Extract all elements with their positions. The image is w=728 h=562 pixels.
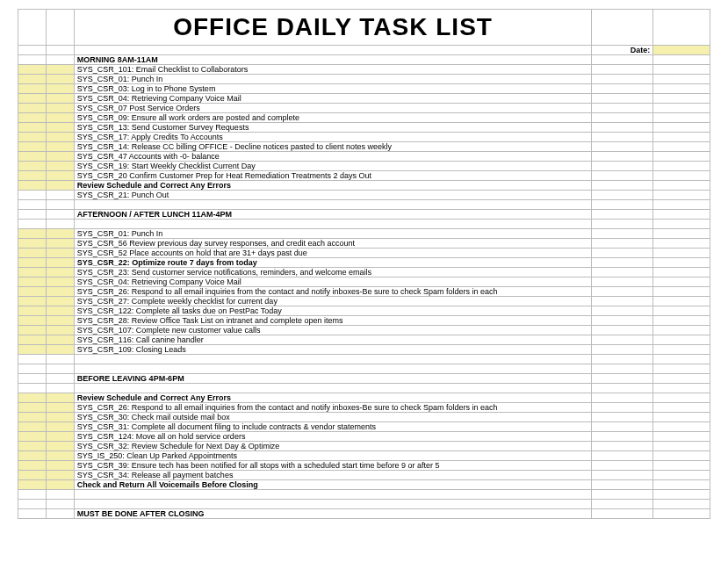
checkbox-cell[interactable] bbox=[18, 249, 47, 258]
checkbox-cell[interactable] bbox=[18, 239, 47, 249]
date-field[interactable] bbox=[653, 46, 710, 55]
task-item: SYS_CSR_122: Complete all tasks due on P… bbox=[74, 306, 592, 316]
checkbox-cell[interactable] bbox=[18, 104, 47, 113]
checkbox-cell[interactable] bbox=[18, 162, 47, 171]
checkbox-cell[interactable] bbox=[46, 422, 74, 432]
checkbox-cell[interactable] bbox=[46, 471, 74, 480]
checkbox-cell[interactable] bbox=[18, 268, 47, 277]
task-item: SYS_CSR_01: Punch In bbox=[74, 75, 592, 84]
checkbox-cell[interactable] bbox=[46, 75, 74, 84]
checkbox-cell[interactable] bbox=[46, 306, 74, 316]
checkbox-cell[interactable] bbox=[46, 142, 74, 152]
task-item-bold: SYS_CSR_22: Optimize route 7 days from t… bbox=[74, 258, 592, 268]
checkbox-cell[interactable] bbox=[46, 345, 74, 355]
checkbox-cell[interactable] bbox=[46, 393, 74, 403]
checkbox-cell[interactable] bbox=[18, 142, 47, 152]
checkbox-cell[interactable] bbox=[46, 461, 74, 471]
checkbox-cell[interactable] bbox=[46, 181, 74, 191]
checkbox-cell[interactable] bbox=[46, 277, 74, 287]
checkbox-cell[interactable] bbox=[18, 432, 47, 442]
task-item: SYS_IS_250: Clean Up Parked Appointments bbox=[74, 451, 592, 461]
checkbox-cell[interactable] bbox=[46, 123, 74, 133]
checkbox-cell[interactable] bbox=[46, 133, 74, 142]
task-item: SYS_CSR_04: Retrieving Company Voice Mai… bbox=[74, 94, 592, 104]
checkbox-cell[interactable] bbox=[18, 287, 47, 297]
checkbox-cell[interactable] bbox=[18, 229, 47, 239]
checkbox-cell[interactable] bbox=[46, 249, 74, 258]
checkbox-cell[interactable] bbox=[18, 335, 47, 345]
checkbox-cell[interactable] bbox=[18, 84, 47, 94]
checkbox-cell[interactable] bbox=[46, 432, 74, 442]
check-return-item: Check and Return All Voicemails Before C… bbox=[74, 480, 592, 490]
checkbox-cell[interactable] bbox=[18, 123, 47, 133]
task-list-table: OFFICE DAILY TASK LIST Date: MORNING 8AM… bbox=[18, 9, 710, 519]
page-title: OFFICE DAILY TASK LIST bbox=[74, 10, 592, 46]
checkbox-cell[interactable] bbox=[18, 316, 47, 326]
checkbox-cell[interactable] bbox=[18, 345, 47, 355]
checkbox-cell[interactable] bbox=[18, 65, 47, 75]
checkbox-cell[interactable] bbox=[18, 306, 47, 316]
checkbox-cell[interactable] bbox=[46, 480, 74, 490]
checkbox-cell[interactable] bbox=[46, 413, 74, 422]
checkbox-cell[interactable] bbox=[46, 65, 74, 75]
task-item: SYS_CSR_30: Check mail outside mail box bbox=[74, 413, 592, 422]
task-item: SYS_CSR_34: Release all payment batches bbox=[74, 471, 592, 480]
checkbox-cell[interactable] bbox=[46, 335, 74, 345]
checkbox-cell[interactable] bbox=[18, 403, 47, 413]
checkbox-cell[interactable] bbox=[18, 171, 47, 181]
task-item: SYS_CSR_09: Ensure all work orders are p… bbox=[74, 113, 592, 123]
task-item: SYS_CSR_26: Respond to all email inquiri… bbox=[74, 287, 592, 297]
checkbox-cell[interactable] bbox=[18, 152, 47, 162]
checkbox-cell[interactable] bbox=[46, 326, 74, 335]
checkbox-cell[interactable] bbox=[18, 413, 47, 422]
checkbox-cell[interactable] bbox=[46, 94, 74, 104]
checkbox-cell[interactable] bbox=[18, 422, 47, 432]
checkbox-cell[interactable] bbox=[46, 297, 74, 306]
checkbox-cell[interactable] bbox=[18, 326, 47, 335]
checkbox-cell[interactable] bbox=[46, 152, 74, 162]
checkbox-cell[interactable] bbox=[46, 229, 74, 239]
checkbox-cell[interactable] bbox=[18, 277, 47, 287]
checkbox-cell[interactable] bbox=[46, 104, 74, 113]
review-item: Review Schedule and Correct Any Errors bbox=[74, 181, 592, 191]
task-item: SYS_CSR_14: Release CC billing OFFICE - … bbox=[74, 142, 592, 152]
task-item: SYS_CSR_07 Post Service Orders bbox=[74, 104, 592, 113]
checkbox-cell[interactable] bbox=[46, 258, 74, 268]
checkbox-cell[interactable] bbox=[18, 94, 47, 104]
checkbox-cell[interactable] bbox=[46, 162, 74, 171]
checkbox-cell[interactable] bbox=[18, 181, 47, 191]
checkbox-cell[interactable] bbox=[18, 75, 47, 84]
checkbox-cell[interactable] bbox=[18, 442, 47, 451]
checkbox-cell[interactable] bbox=[46, 442, 74, 451]
morning-header: MORNING 8AM-11AM bbox=[74, 55, 592, 65]
checkbox-cell[interactable] bbox=[46, 451, 74, 461]
checkbox-cell[interactable] bbox=[18, 297, 47, 306]
checkbox-cell[interactable] bbox=[46, 403, 74, 413]
checkbox-cell[interactable] bbox=[18, 113, 47, 123]
task-item: SYS_CSR_21: Punch Out bbox=[74, 191, 592, 200]
task-item: SYS_CSR_101: Email Checklist to Collabor… bbox=[74, 65, 592, 75]
checkbox-cell[interactable] bbox=[18, 393, 47, 403]
task-item: SYS_CSR_23: Send customer service notifi… bbox=[74, 268, 592, 277]
checkbox-cell[interactable] bbox=[18, 451, 47, 461]
checkbox-cell[interactable] bbox=[46, 171, 74, 181]
checkbox-cell[interactable] bbox=[46, 239, 74, 249]
task-item: SYS_CSR_52 Place accounts on hold that a… bbox=[74, 249, 592, 258]
date-label: Date: bbox=[592, 46, 653, 55]
task-item: SYS_CSR_28: Review Office Task List on i… bbox=[74, 316, 592, 326]
checkbox-cell[interactable] bbox=[46, 316, 74, 326]
checkbox-cell[interactable] bbox=[18, 480, 47, 490]
checkbox-cell[interactable] bbox=[46, 268, 74, 277]
checkbox-cell[interactable] bbox=[46, 113, 74, 123]
task-item: SYS_CSR_116: Call canine handler bbox=[74, 335, 592, 345]
task-item: SYS_CSR_19: Start Weekly Checklist Curre… bbox=[74, 162, 592, 171]
after-closing-header: MUST BE DONE AFTER CLOSING bbox=[74, 509, 592, 519]
checkbox-cell[interactable] bbox=[18, 471, 47, 480]
checkbox-cell[interactable] bbox=[18, 133, 47, 142]
checkbox-cell[interactable] bbox=[18, 258, 47, 268]
checkbox-cell[interactable] bbox=[46, 287, 74, 297]
checkbox-cell[interactable] bbox=[46, 84, 74, 94]
checkbox-cell[interactable] bbox=[18, 461, 47, 471]
task-item: SYS_CSR_39: Ensure tech has been notifie… bbox=[74, 461, 592, 471]
review-item: Review Schedule and Correct Any Errors bbox=[74, 393, 592, 403]
